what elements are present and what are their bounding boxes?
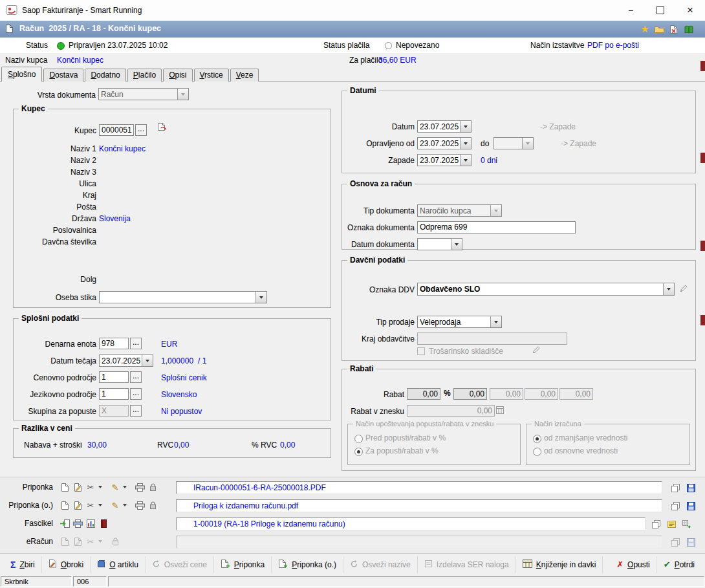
discount-field-5[interactable]: 0,00 xyxy=(559,388,593,400)
date-combo[interactable]: 23.07.2025 xyxy=(417,120,472,133)
currency-lookup-button[interactable]: ... xyxy=(130,338,142,349)
printer-blue-icon[interactable] xyxy=(71,517,84,530)
dropdown-caret-icon[interactable] xyxy=(97,499,103,512)
cut-icon[interactable]: ✂ xyxy=(84,499,97,512)
edit-document-icon[interactable] xyxy=(71,481,84,494)
chevron-down-icon[interactable] xyxy=(490,316,501,327)
chevron-down-icon[interactable] xyxy=(663,283,674,295)
chart-icon[interactable] xyxy=(84,517,97,530)
exchange-date-combo[interactable]: 23.07.2025 xyxy=(99,354,153,367)
printer-icon[interactable] xyxy=(133,499,146,512)
contact-person-combo[interactable] xyxy=(99,291,267,303)
new-document-icon[interactable] xyxy=(58,499,71,512)
star-icon[interactable]: ★ xyxy=(639,23,651,35)
priponka-o-file-field[interactable]: Priloga k izdanemu računu.pdf xyxy=(176,499,662,512)
tax-place-field[interactable] xyxy=(417,332,567,345)
copy-icon[interactable] xyxy=(669,481,682,494)
import-icon[interactable] xyxy=(58,517,71,530)
performed-to-combo[interactable] xyxy=(494,137,534,149)
close-button[interactable]: × xyxy=(675,0,705,21)
tab-placilo[interactable]: Plačilo xyxy=(127,69,162,82)
priponka-button[interactable]: Priponka xyxy=(214,556,272,573)
od-osnovne-radio[interactable] xyxy=(533,448,541,456)
tab-vrstice[interactable]: Vrstice xyxy=(194,69,229,82)
printer-icon[interactable] xyxy=(133,481,146,494)
priponka-file-link[interactable]: IRacun-0000051-6-RA-25000018.PDF xyxy=(193,483,326,494)
red-book-icon[interactable] xyxy=(97,517,110,530)
new-document-icon[interactable] xyxy=(58,481,71,494)
discount-field-4[interactable]: 0,00 xyxy=(525,388,558,400)
fascikel-link[interactable]: 1-00019 (RA-18 Priloge k izdanemu računu… xyxy=(193,519,345,530)
fascikel-field[interactable]: 1-00019 (RA-18 Priloge k izdanemu računu… xyxy=(176,517,645,530)
chevron-down-icon[interactable] xyxy=(460,155,471,166)
zbiri-button[interactable]: Σ Zbiri xyxy=(4,556,42,573)
calculator-icon[interactable] xyxy=(496,406,504,416)
o-artiklu-button[interactable]: O artiklu xyxy=(91,556,146,573)
discount-group-lookup-button[interactable]: ... xyxy=(130,405,142,417)
discount-field-1[interactable]: 0,00 xyxy=(407,388,440,400)
basis-doc-mark-field[interactable]: Odprema 699 xyxy=(417,221,576,234)
customer-name-value[interactable]: Končni kupec xyxy=(57,56,103,65)
folder-icon[interactable] xyxy=(653,23,665,35)
priponka-o-button[interactable]: Priponka (o.) xyxy=(272,556,343,573)
delivery-method-value[interactable]: PDF po e-pošti xyxy=(587,41,639,50)
customer-code-field[interactable]: 0000051 xyxy=(99,124,134,136)
potrdi-button[interactable]: ✔ Potrdi xyxy=(657,556,701,573)
delete-document-icon[interactable] xyxy=(667,23,679,35)
language-area-lookup-button[interactable]: ... xyxy=(130,388,142,400)
discount-field-2[interactable]: 0,00 xyxy=(453,388,487,400)
save-icon[interactable] xyxy=(684,499,697,512)
chevron-down-icon[interactable] xyxy=(460,121,471,132)
language-area-field[interactable]: 1 xyxy=(99,388,129,400)
minimize-button[interactable]: − xyxy=(616,0,645,21)
chevron-down-icon[interactable] xyxy=(255,292,266,303)
discount-field-3[interactable]: 0,00 xyxy=(490,388,523,400)
currency-field[interactable]: 978 xyxy=(99,338,129,349)
chevron-down-icon[interactable] xyxy=(451,239,462,250)
priponka-o-file-link[interactable]: Priloga k izdanemu računu.pdf xyxy=(193,501,298,512)
save-icon[interactable] xyxy=(684,481,697,494)
chevron-down-icon[interactable] xyxy=(460,138,471,149)
dropdown-caret-icon[interactable] xyxy=(97,481,103,494)
vat-mark-combo[interactable]: Obdavčeno SLO xyxy=(417,283,675,296)
customer-lookup-button[interactable]: ... xyxy=(135,124,147,136)
priponka-file-field[interactable]: IRacun-0000051-6-RA-25000018.PDF xyxy=(176,481,662,494)
dropdown-caret-icon[interactable] xyxy=(122,481,128,494)
document-type-combo[interactable]: Račun xyxy=(98,88,189,100)
tab-dostava[interactable]: Dostava xyxy=(43,69,83,82)
edit-document-icon[interactable] xyxy=(71,499,84,512)
chevron-down-icon[interactable] xyxy=(490,205,501,216)
excise-warehouse-checkbox[interactable] xyxy=(417,347,425,355)
maximize-button[interactable] xyxy=(645,0,675,21)
dropdown-caret-icon[interactable] xyxy=(122,499,128,512)
obroki-button[interactable]: Obroki xyxy=(42,556,91,573)
note-icon[interactable] xyxy=(665,517,678,530)
basis-doc-type-combo[interactable]: Naročilo kupca xyxy=(417,204,502,217)
tab-splosno[interactable]: Splošno xyxy=(1,67,42,82)
za-popusti-radio[interactable] xyxy=(354,448,363,456)
chevron-down-icon[interactable] xyxy=(522,138,533,149)
chevron-down-icon[interactable] xyxy=(142,355,153,366)
pred-popusti-radio[interactable] xyxy=(354,435,363,443)
discount-amount-field[interactable]: 0,00 xyxy=(407,405,495,417)
copy-icon[interactable] xyxy=(669,499,682,512)
pencil-icon[interactable]: ✎ xyxy=(109,481,122,494)
od-zmanjsanje-radio[interactable] xyxy=(533,435,541,443)
lock-icon[interactable] xyxy=(146,481,159,494)
knjizenje-in-davki-button[interactable]: Knjiženje in davki xyxy=(516,556,603,573)
cut-icon[interactable]: ✂ xyxy=(84,481,97,494)
sale-type-combo[interactable]: Veleprodaja xyxy=(417,316,502,328)
tab-dodatno[interactable]: Dodatno xyxy=(85,69,125,82)
price-area-field[interactable]: 1 xyxy=(99,371,129,383)
chevron-down-icon[interactable] xyxy=(177,89,188,100)
tab-veze[interactable]: Veze xyxy=(230,69,259,82)
performed-from-combo[interactable]: 23.07.2025 xyxy=(417,137,472,149)
due-date-combo[interactable]: 23.07.2025 xyxy=(417,154,472,166)
price-area-lookup-button[interactable]: ... xyxy=(130,371,142,383)
copy-icon[interactable] xyxy=(649,517,662,530)
discount-group-field[interactable]: X xyxy=(99,405,129,417)
pencil-icon[interactable]: ✎ xyxy=(109,499,122,512)
sign-pen-icon[interactable] xyxy=(532,345,541,356)
tab-opisi[interactable]: Opisi xyxy=(163,69,192,82)
lock-icon[interactable] xyxy=(146,499,159,512)
